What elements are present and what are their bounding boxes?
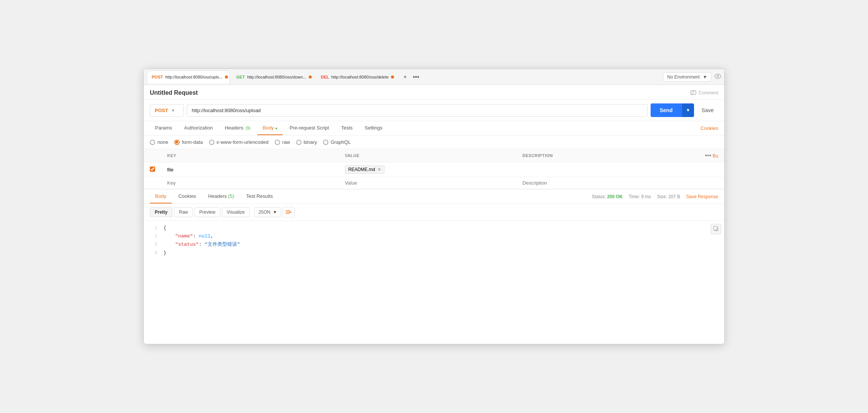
new-key-input[interactable]: [167, 180, 333, 186]
tab-authorization[interactable]: Authorization: [179, 121, 218, 135]
line-num-1: 1: [150, 224, 157, 232]
radio-dot-raw: [275, 140, 280, 145]
cookies-link[interactable]: Cookies: [700, 122, 718, 135]
eye-icon[interactable]: [714, 74, 721, 80]
row-key-value: file: [167, 167, 174, 173]
body-type-bar: none form-data x-www-form-urlencoded raw…: [144, 136, 724, 149]
send-chevron-button[interactable]: ▼: [682, 103, 694, 117]
radio-binary[interactable]: binary: [296, 139, 317, 145]
radio-urlencoded[interactable]: x-www-form-urlencoded: [209, 139, 269, 145]
new-desc-input[interactable]: [522, 180, 688, 186]
row-actions-cell: [694, 162, 724, 177]
svg-rect-9: [714, 227, 717, 230]
url-input[interactable]: [187, 104, 648, 117]
time-label: Time: 9 ms: [629, 194, 651, 199]
save-button[interactable]: Save: [697, 104, 718, 116]
col-checkbox: [144, 149, 161, 162]
empty-row-actions: [694, 177, 724, 189]
radio-dot-none: [150, 140, 155, 145]
method-selector[interactable]: POST ▼: [150, 104, 184, 117]
line-num-4: 4: [150, 249, 157, 257]
svg-point-1: [717, 75, 719, 77]
radio-dot-graphql: [323, 140, 328, 145]
tab-post-upload[interactable]: POST http://localhost:8080/oss/uplo...: [147, 71, 230, 83]
view-visualize-button[interactable]: Visualize: [222, 207, 250, 217]
remove-file-icon[interactable]: ✕: [377, 167, 381, 172]
radio-dot-binary: [296, 140, 302, 145]
request-tabs: Params Authorization Headers (9) Body ● …: [144, 121, 724, 136]
size-label: Size: 207 B: [657, 194, 680, 199]
tab-headers[interactable]: Headers (9): [220, 121, 256, 135]
url-bar: POST ▼ Send ▼ Save: [144, 100, 724, 121]
radio-graphql[interactable]: GraphQL: [323, 139, 351, 145]
add-tab-button[interactable]: +: [402, 72, 408, 82]
tab-params[interactable]: Params: [150, 121, 177, 135]
row-description-cell: [516, 162, 694, 177]
tab-url-del: http://localhost:8080/oss/delete: [331, 75, 389, 79]
new-value-input[interactable]: [345, 180, 511, 186]
tab-url-post: http://localhost:8080/oss/uplo...: [165, 75, 223, 79]
method-label: POST: [155, 108, 168, 113]
tab-body[interactable]: Body ●: [257, 121, 283, 135]
radio-form-data[interactable]: form-data: [174, 139, 203, 145]
tab-del-delete[interactable]: DEL http://localhost:8080/oss/delete: [316, 71, 399, 83]
chevron-down-icon: ▼: [273, 210, 277, 215]
copy-response-button[interactable]: [711, 224, 721, 234]
more-tabs-button[interactable]: •••: [411, 72, 421, 82]
code-line-3: 3 "status": "文件类型错误": [150, 240, 718, 249]
send-button[interactable]: Send: [651, 103, 682, 117]
res-tab-headers[interactable]: Headers (5): [203, 190, 240, 203]
tab-pre-request-script[interactable]: Pre-request Script: [284, 121, 334, 135]
tab-method-post: POST: [152, 75, 163, 79]
tab-bar: POST http://localhost:8080/oss/uplo... G…: [144, 69, 724, 85]
view-preview-button[interactable]: Preview: [194, 207, 220, 217]
status-label: Status: 200 OK: [592, 194, 623, 199]
col-value: VALUE: [339, 149, 517, 162]
app-window: POST http://localhost:8080/oss/uplo... G…: [143, 69, 725, 344]
response-code-area: 1 { 2 "name": null, 3 "status": "文件类型错误"…: [144, 221, 724, 344]
res-tab-body[interactable]: Body: [150, 190, 172, 203]
chevron-down-icon: ▼: [171, 108, 175, 112]
form-data-table: KEY VALUE DESCRIPTION ••• Bu file: [144, 149, 724, 189]
environment-dropdown[interactable]: No Environment ▼: [663, 72, 711, 82]
res-tab-test-results[interactable]: Test Results: [241, 190, 278, 203]
chevron-down-icon: ▼: [703, 74, 707, 80]
tab-dot-post: [225, 76, 228, 79]
time-value: 9 ms: [641, 194, 651, 199]
format-label: JSON: [259, 210, 271, 215]
bulk-edit-button[interactable]: Bu: [713, 153, 718, 159]
empty-row-value-cell: [339, 177, 517, 189]
comment-button[interactable]: Comment: [690, 90, 718, 96]
svg-point-0: [715, 74, 721, 79]
request-header: Untitled Request Comment: [144, 85, 724, 100]
svg-rect-2: [691, 91, 696, 94]
code-content-4: }: [163, 249, 166, 257]
response-section: Body Cookies Headers (5) Test Results St…: [144, 189, 724, 344]
radio-dot-urlencoded: [209, 140, 214, 145]
tab-tests[interactable]: Tests: [336, 121, 358, 135]
file-chip: README.md ✕: [345, 165, 385, 174]
radio-raw[interactable]: raw: [275, 139, 290, 145]
radio-none[interactable]: none: [150, 139, 168, 145]
more-columns-button[interactable]: •••: [705, 152, 711, 159]
res-tab-cookies[interactable]: Cookies: [173, 190, 202, 203]
tab-url-get: http://localhost:8080/oss/down...: [247, 75, 306, 79]
response-tabs: Body Cookies Headers (5) Test Results St…: [144, 190, 724, 204]
tab-settings[interactable]: Settings: [359, 121, 388, 135]
file-name: README.md: [348, 167, 375, 172]
tab-method-del: DEL: [321, 75, 329, 79]
format-selector[interactable]: JSON ▼: [254, 207, 282, 217]
save-response-button[interactable]: Save Response: [686, 194, 718, 199]
tab-dot-get: [309, 76, 312, 79]
view-raw-button[interactable]: Raw: [174, 207, 193, 217]
empty-row-desc-cell: [516, 177, 694, 189]
row-checkbox[interactable]: [150, 166, 155, 172]
empty-row-checkbox-cell: [144, 177, 161, 189]
env-label: No Environment: [667, 74, 700, 80]
tab-get-download[interactable]: GET http://localhost:8080/oss/down...: [231, 71, 314, 83]
line-num-2: 2: [150, 233, 157, 240]
wrap-lines-button[interactable]: [283, 207, 295, 217]
code-line-4: 4 }: [150, 249, 718, 257]
env-selector: No Environment ▼: [663, 72, 721, 82]
view-pretty-button[interactable]: Pretty: [150, 207, 172, 217]
